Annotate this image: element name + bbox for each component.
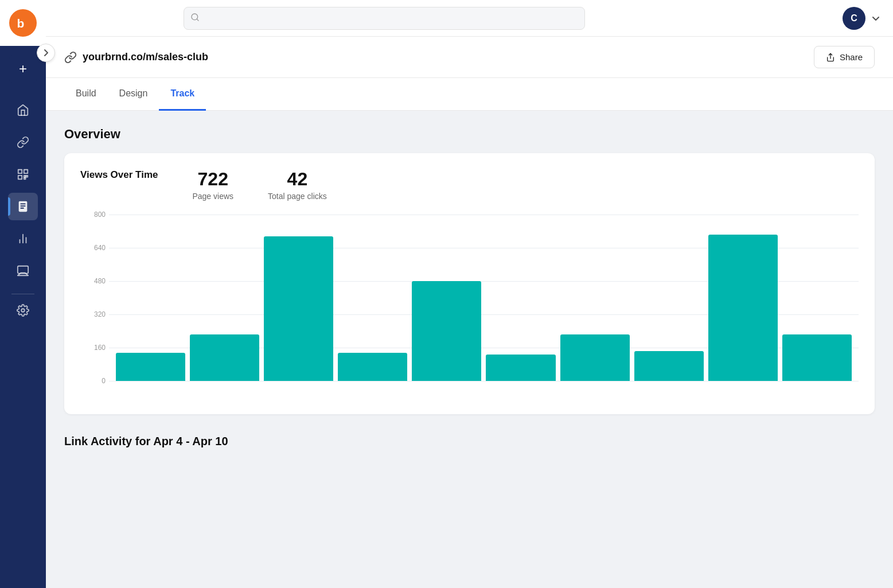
page-header: yourbrnd.co/m/sales-club Share [46,37,893,78]
grid-label-320: 320 [83,310,106,318]
svg-rect-6 [24,178,26,180]
grid-label-800: 800 [83,211,106,219]
tab-build[interactable]: Build [64,78,108,111]
grid-label-160: 160 [83,344,106,352]
page-views-count: 722 [192,169,233,189]
search-bar-container [184,7,585,30]
add-button[interactable]: + [9,55,37,83]
page-url: yourbrnd.co/m/sales-club [64,51,208,64]
link-icon [64,51,77,64]
topbar: C [46,0,893,37]
svg-rect-10 [20,208,24,209]
main-container: C yourbrnd.co/m/sales-club [46,0,893,588]
share-icon [826,53,835,62]
page-url-text: yourbrnd.co/m/sales-club [83,51,208,63]
search-input[interactable] [184,7,585,30]
page-views-label: Page views [192,192,233,201]
bar-5 [486,355,555,381]
sidebar-item-links[interactable] [8,128,38,156]
stats-card: Views Over Time 722 Page views 42 Total … [64,153,875,414]
chart-title-block: Views Over Time [80,169,158,181]
svg-rect-14 [18,266,28,274]
sidebar-item-qr[interactable] [8,161,38,188]
search-icon [190,13,200,24]
user-avatar[interactable]: C [843,7,865,30]
content-body: yourbrnd.co/m/sales-club Share Build Des… [46,37,893,588]
sidebar-logo: b [0,0,46,46]
tab-track[interactable]: Track [159,78,206,111]
logo-icon: b [9,9,37,37]
stats-header: Views Over Time 722 Page views 42 Total … [80,169,859,201]
svg-rect-1 [18,170,22,173]
total-clicks-count: 42 [268,169,327,189]
bar-2 [264,236,333,381]
sidebar-nav [0,92,46,588]
overview-section: Overview Views Over Time 722 Page views … [46,111,893,430]
chart-title: Views Over Time [80,169,158,181]
tab-design[interactable]: Design [108,78,159,111]
link-activity-title: Link Activity for Apr 4 - Apr 10 [46,430,893,460]
bar-0 [116,353,185,381]
sidebar: b + [0,0,46,588]
total-clicks-stat: 42 Total page clicks [268,169,327,201]
bar-chart: 800 640 480 320 [80,215,859,398]
grid-label-480: 480 [83,277,106,285]
share-button-label: Share [840,52,863,62]
sidebar-item-settings[interactable] [8,303,38,331]
svg-text:b: b [17,17,25,30]
svg-rect-2 [24,170,28,173]
svg-rect-9 [20,205,25,207]
sidebar-item-analytics[interactable] [8,225,38,252]
sidebar-item-pages[interactable] [8,193,38,220]
bars-container [109,215,859,381]
page-views-stat: 722 Page views [192,169,233,201]
bar-7 [634,351,704,381]
svg-rect-8 [20,204,25,205]
overview-title: Overview [64,127,875,142]
bar-1 [190,334,259,381]
bar-9 [782,334,852,381]
svg-point-16 [21,309,25,312]
svg-line-18 [197,19,198,21]
sidebar-divider [11,294,34,294]
svg-rect-4 [24,176,26,177]
grid-label-0: 0 [83,377,106,385]
grid-label-640: 640 [83,244,106,252]
sidebar-item-media[interactable] [8,257,38,285]
bar-3 [338,353,407,381]
total-clicks-label: Total page clicks [268,192,327,201]
tabs-container: Build Design Track [46,78,893,111]
share-button[interactable]: Share [814,46,875,68]
collapse-toggle[interactable] [37,44,55,62]
active-indicator [8,197,10,216]
sidebar-item-home[interactable] [8,96,38,124]
user-dropdown-arrow[interactable] [872,13,879,24]
bar-8 [708,235,778,381]
svg-rect-5 [26,176,28,177]
svg-rect-3 [18,176,22,179]
bar-4 [412,281,481,381]
bar-6 [560,334,630,381]
